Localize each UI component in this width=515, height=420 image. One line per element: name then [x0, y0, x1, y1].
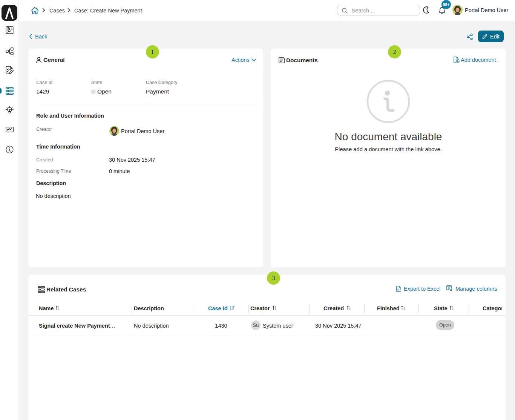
svg-text:XLS: XLS	[397, 288, 401, 291]
